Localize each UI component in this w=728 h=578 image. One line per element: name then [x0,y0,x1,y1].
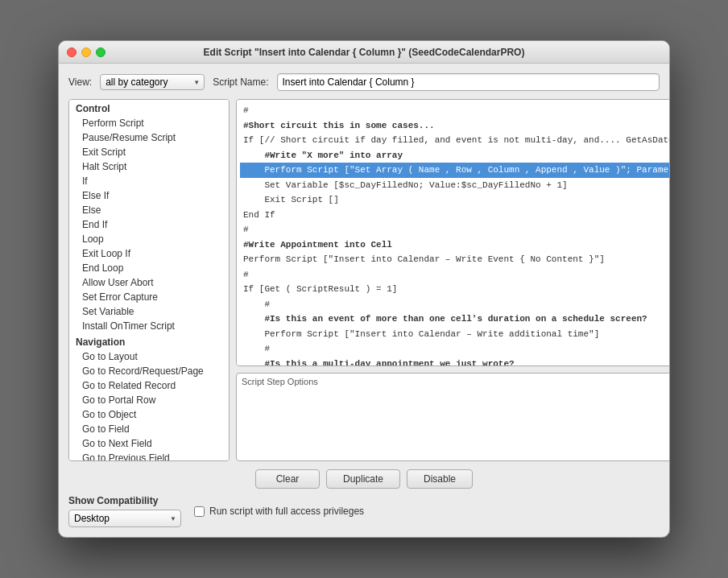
clear-button[interactable]: Clear [255,469,320,489]
close-button[interactable] [67,47,77,57]
bottom-options: Show Compatibility Desktop Run script wi… [68,495,660,527]
window-content: View: all by category Script Name: Contr… [59,64,669,537]
sidebar-item-else[interactable]: Else [69,203,229,217]
script-line[interactable]: #Write Appointment into Cell [240,237,670,253]
maximize-button[interactable] [96,47,105,57]
script-name-label: Script Name: [213,76,268,88]
compat-select[interactable]: Desktop [68,510,181,527]
sidebar-item-set-variable[interactable]: Set Variable [69,304,229,319]
run-script-checkbox[interactable] [194,506,205,517]
view-label: View: [68,76,92,88]
script-line[interactable]: #Is this an event of more than one cell'… [240,312,670,327]
sidebar-item-else-if[interactable]: Else If [69,188,229,203]
script-area: # #Short circuit this in some cases... I… [236,99,670,461]
run-script-label: Run script with full access privileges [209,506,364,517]
sidebar-item-go-to-record[interactable]: Go to Record/Request/Page [69,364,229,378]
titlebar: Edit Script "Insert into Calendar { Colu… [59,41,669,64]
script-line[interactable]: Set Variable [$sc_DayFilledNo; Value:$sc… [240,178,670,193]
main-area: Control Perform Script Pause/Resume Scri… [68,99,660,461]
sidebar-item-set-error-capture[interactable]: Set Error Capture [69,290,229,304]
sidebar-item-go-to-next-field[interactable]: Go to Next Field [69,436,229,451]
sidebar-item-pause-resume[interactable]: Pause/Resume Script [69,130,229,145]
duplicate-button[interactable]: Duplicate [326,469,400,489]
script-line[interactable]: # [240,222,670,237]
top-bar: View: all by category Script Name: [68,73,660,91]
script-line[interactable]: #Short circuit this in some cases... [240,118,670,134]
run-script-row: Run script with full access privileges [194,506,364,517]
sidebar-item-halt-script[interactable]: Halt Script [69,159,229,174]
show-compatibility: Show Compatibility Desktop [68,495,181,527]
sidebar-item-end-if[interactable]: End If [69,217,229,232]
disable-button[interactable]: Disable [407,469,473,489]
sidebar-item-go-to-layout[interactable]: Go to Layout [69,349,229,364]
navigation-group: Navigation Go to Layout Go to Record/Req… [69,333,229,461]
script-editor[interactable]: # #Short circuit this in some cases... I… [236,99,670,366]
sidebar-item-go-to-field[interactable]: Go to Field [69,422,229,436]
script-line[interactable]: # [240,103,670,118]
script-line[interactable]: # [240,341,670,357]
action-buttons-row: Clear Duplicate Disable [68,469,660,489]
view-select[interactable]: all by category [100,74,205,90]
sidebar-item-go-to-portal-row[interactable]: Go to Portal Row [69,393,229,407]
minimize-button[interactable] [81,47,91,57]
script-line[interactable]: If [Get ( ScriptResult ) = 1] [240,282,670,297]
script-line[interactable]: #Write "X more" into array [240,148,670,163]
script-line-selected[interactable]: Perform Script ["Set Array ( Name , Row … [240,163,670,178]
window-title: Edit Script "Insert into Calendar { Colu… [204,47,525,58]
sidebar[interactable]: Control Perform Script Pause/Resume Scri… [68,99,230,461]
sidebar-item-go-to-previous-field[interactable]: Go to Previous Field [69,451,229,461]
sidebar-item-perform-script[interactable]: Perform Script [69,116,229,130]
sidebar-item-exit-script[interactable]: Exit Script [69,145,229,159]
bottom-bar: Clear Duplicate Disable Show Compatibili… [68,469,660,527]
script-line[interactable]: # [240,297,670,312]
main-window: Edit Script "Insert into Calendar { Colu… [58,40,670,538]
sidebar-item-loop[interactable]: Loop [69,232,229,246]
navigation-group-header: Navigation [69,333,229,349]
sidebar-item-go-to-related-record[interactable]: Go to Related Record [69,378,229,393]
compat-select-wrapper[interactable]: Desktop [68,510,181,527]
show-compat-label: Show Compatibility [68,495,181,506]
script-line[interactable]: End If [240,208,670,223]
control-group: Control Perform Script Pause/Resume Scri… [69,100,229,333]
sidebar-item-exit-loop-if[interactable]: Exit Loop If [69,246,229,261]
sidebar-item-end-loop[interactable]: End Loop [69,261,229,275]
control-group-header: Control [69,100,229,116]
script-options-panel: Script Step Options Specify... [236,373,670,461]
script-line[interactable]: # [240,267,670,283]
sidebar-item-go-to-object[interactable]: Go to Object [69,407,229,422]
sidebar-item-allow-user-abort[interactable]: Allow User Abort [69,275,229,290]
script-line[interactable]: Exit Script [] [240,192,670,208]
script-line[interactable]: #Is this a multi-day appointment we just… [240,357,670,367]
script-options-label: Script Step Options [237,374,670,390]
traffic-lights [67,47,105,57]
view-select-wrapper[interactable]: all by category [100,74,205,90]
script-name-input[interactable] [277,73,660,91]
script-line[interactable]: Perform Script ["Insert into Calendar – … [240,252,670,267]
script-line[interactable]: If [// Short circuit if day filled, and … [240,133,670,148]
sidebar-item-install-ontimer[interactable]: Install OnTimer Script [69,319,229,333]
script-line[interactable]: Perform Script ["Insert into Calendar – … [240,327,670,342]
sidebar-item-if[interactable]: If [69,174,229,188]
